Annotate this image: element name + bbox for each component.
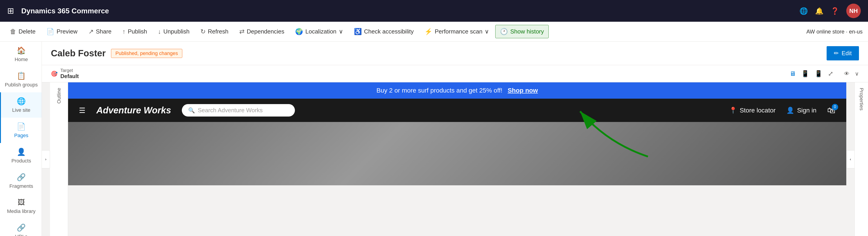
promo-link[interactable]: Shop now xyxy=(508,87,538,94)
home-icon: 🏠 xyxy=(17,46,26,55)
performance-scan-button[interactable]: ⚡ Performance scan ∨ xyxy=(420,25,494,38)
help-icon[interactable]: ❓ xyxy=(831,7,839,15)
sidebar-live-site-label: Live site xyxy=(12,107,31,113)
delete-button[interactable]: 🗑 Delete xyxy=(5,25,40,38)
search-placeholder: Search Adventure Works xyxy=(198,107,262,114)
edit-icon: ✏ xyxy=(834,50,839,57)
app-title: Dynamics 365 Commerce xyxy=(21,7,109,15)
localization-button[interactable]: 🌍 Localization ∨ xyxy=(290,25,347,38)
edit-label: Edit xyxy=(841,50,852,57)
sidebar-item-urls[interactable]: 🔗 URLs xyxy=(0,219,41,236)
search-box[interactable]: 🔍 Search Adventure Works xyxy=(182,104,295,117)
bell-icon[interactable]: 🔔 xyxy=(815,7,824,15)
unpublish-icon: ↓ xyxy=(158,28,161,35)
status-badge: Published, pending changes xyxy=(111,49,182,58)
content-area: Caleb Foster Published, pending changes … xyxy=(42,41,868,236)
target-value: Default xyxy=(60,73,79,80)
hero-image xyxy=(68,122,846,185)
tablet-view-icon[interactable]: 📱 xyxy=(801,70,809,78)
avatar[interactable]: NH xyxy=(846,4,861,18)
chevron-down-icon[interactable]: ∨ xyxy=(855,70,859,77)
chevron-left-icon: ‹ xyxy=(850,157,851,161)
cart-button[interactable]: 🛍 0 xyxy=(827,106,835,115)
hero-area xyxy=(68,122,846,185)
target-icon: 🎯 xyxy=(51,70,58,77)
sidebar-item-pages[interactable]: 📄 Pages xyxy=(0,118,41,143)
properties-panel: Properties xyxy=(855,82,868,236)
sidebar-item-fragments[interactable]: 🔗 Fragments xyxy=(0,168,41,194)
top-bar-right: 🌐 🔔 ❓ NH xyxy=(800,4,861,18)
preview-label: Preview xyxy=(57,28,78,35)
share-icon: ↗ xyxy=(88,28,94,35)
delete-icon: 🗑 xyxy=(10,28,16,35)
localization-label: Localization xyxy=(305,28,336,35)
unpublish-button[interactable]: ↓ Unpublish xyxy=(153,25,194,38)
sign-in-nav[interactable]: 👤 Sign in xyxy=(786,107,816,114)
search-icon: 🔍 xyxy=(188,107,195,114)
target-row: 🎯 Target Default 🖥 📱 📱 ⤢ 👁 ∨ xyxy=(42,65,868,82)
publish-groups-icon: 📋 xyxy=(17,71,26,80)
fragments-icon: 🔗 xyxy=(17,173,26,181)
sidebar-pages-label: Pages xyxy=(14,132,28,139)
store-locator-icon: 📍 xyxy=(729,107,737,114)
chevron-right-icon: › xyxy=(45,157,46,161)
view-controls: 🖥 📱 📱 ⤢ 👁 ∨ xyxy=(789,70,859,78)
products-icon: 👤 xyxy=(17,148,26,156)
publish-icon: ↑ xyxy=(122,28,126,35)
sidebar-publish-groups-label: Publish groups xyxy=(5,82,38,88)
properties-label: Properties xyxy=(859,88,864,111)
expand-icon[interactable]: ⤢ xyxy=(828,70,833,78)
performance-icon: ⚡ xyxy=(425,28,432,35)
sidebar-item-products[interactable]: 👤 Products xyxy=(0,143,41,168)
promo-text: Buy 2 or more surf products and get 25% … xyxy=(377,87,502,94)
show-history-button[interactable]: 🕐 Show history xyxy=(495,25,549,38)
mobile-view-icon[interactable]: 📱 xyxy=(815,70,823,78)
localization-icon: 🌍 xyxy=(295,28,303,35)
sidebar-item-live-site[interactable]: 🌐 Live site xyxy=(0,92,41,118)
edit-button[interactable]: ✏ Edit xyxy=(827,46,859,60)
unpublish-label: Unpublish xyxy=(163,28,189,35)
urls-icon: 🔗 xyxy=(17,223,26,232)
store-locator-nav[interactable]: 📍 Store locator xyxy=(729,107,776,114)
outline-panel: Outline xyxy=(50,82,68,236)
sign-in-icon: 👤 xyxy=(786,107,794,114)
media-library-icon: 🖼 xyxy=(18,198,25,207)
share-button[interactable]: ↗ Share xyxy=(84,25,116,38)
show-history-label: Show history xyxy=(510,28,544,35)
pages-icon: 📄 xyxy=(17,122,26,131)
refresh-button[interactable]: ↻ Refresh xyxy=(196,25,233,38)
history-icon: 🕐 xyxy=(500,28,508,35)
eye-icon[interactable]: 👁 xyxy=(844,70,849,77)
desktop-view-icon[interactable]: 🖥 xyxy=(789,70,796,78)
main-layout: 🏠 Home 📋 Publish groups 🌐 Live site 📄 Pa… xyxy=(0,41,868,236)
preview-button[interactable]: 📄 Preview xyxy=(42,25,82,38)
sidebar-home-label: Home xyxy=(15,57,28,62)
site-nav: ☰ Adventure Works 🔍 Search Adventure Wor… xyxy=(68,99,846,122)
grid-icon[interactable]: ⊞ xyxy=(7,6,14,16)
publish-button[interactable]: ↑ Publish xyxy=(118,25,152,38)
share-label: Share xyxy=(96,28,112,35)
check-accessibility-label: Check accessibility xyxy=(364,28,414,35)
site-logo: Adventure Works xyxy=(96,105,171,115)
sidebar-item-publish-groups[interactable]: 📋 Publish groups xyxy=(0,67,41,92)
localization-chevron-icon: ∨ xyxy=(339,28,343,35)
sidebar-item-media-library[interactable]: 🖼 Media library xyxy=(0,194,41,219)
globe-icon[interactable]: 🌐 xyxy=(800,7,808,15)
sidebar-urls-label: URLs xyxy=(15,234,27,236)
performance-chevron-icon: ∨ xyxy=(485,28,489,35)
sidebar-item-home[interactable]: 🏠 Home xyxy=(0,41,41,67)
accessibility-icon: ♿ xyxy=(354,28,362,35)
properties-toggle[interactable]: ‹ xyxy=(846,150,855,168)
sidebar: 🏠 Home 📋 Publish groups 🌐 Live site 📄 Pa… xyxy=(0,41,42,236)
dependencies-icon: ⇄ xyxy=(239,28,245,35)
live-site-icon: 🌐 xyxy=(17,97,26,106)
delete-label: Delete xyxy=(19,28,35,35)
top-nav-bar: ⊞ Dynamics 365 Commerce 🌐 🔔 ❓ NH xyxy=(0,0,868,22)
hamburger-icon[interactable]: ☰ xyxy=(79,106,86,115)
outline-toggle[interactable]: › xyxy=(42,150,50,168)
refresh-label: Refresh xyxy=(208,28,228,35)
publish-label: Publish xyxy=(128,28,147,35)
dependencies-button[interactable]: ⇄ Dependencies xyxy=(235,25,289,38)
refresh-icon: ↻ xyxy=(200,28,206,35)
check-accessibility-button[interactable]: ♿ Check accessibility xyxy=(349,25,418,38)
